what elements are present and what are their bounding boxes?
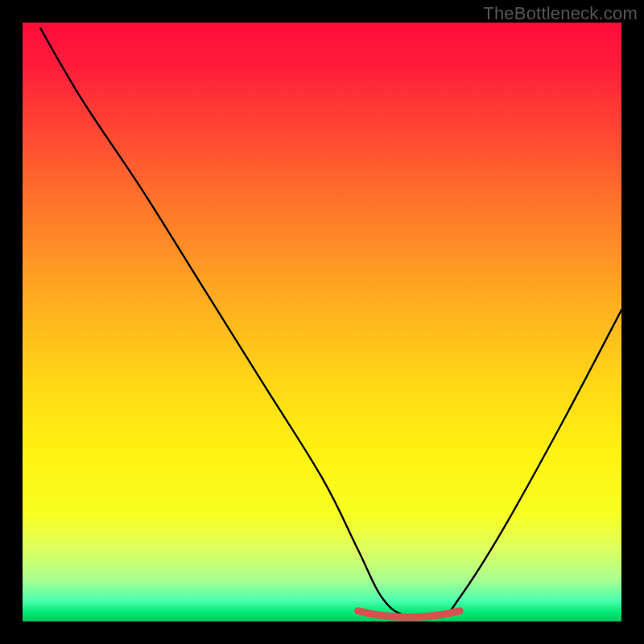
gradient-background xyxy=(23,23,621,621)
watermark-text: TheBottleneck.com xyxy=(483,3,638,24)
chart-frame xyxy=(23,23,621,621)
bottleneck-chart xyxy=(23,23,621,621)
